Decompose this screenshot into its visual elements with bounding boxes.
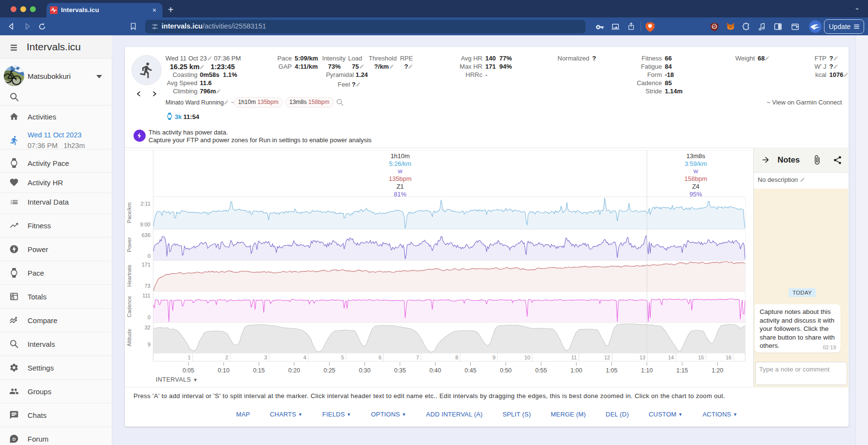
svg-text:0:20: 0:20 (288, 367, 300, 374)
svg-text:0:10: 0:10 (218, 367, 229, 374)
svg-text:5: 5 (341, 355, 344, 360)
svg-text:636: 636 (142, 232, 150, 238)
svg-text:1: 1 (188, 355, 191, 360)
svg-text:12: 12 (604, 355, 610, 360)
svg-text:1:15: 1:15 (676, 367, 688, 374)
svg-text:6: 6 (378, 355, 381, 360)
svg-text:Altitude: Altitude (126, 329, 132, 347)
svg-text:2: 2 (225, 355, 228, 360)
svg-text:Cadence: Cadence (126, 296, 132, 317)
svg-text:171: 171 (142, 262, 150, 267)
svg-text:uO: uO (712, 25, 717, 28)
svg-text:1:20: 1:20 (712, 367, 723, 374)
svg-text:Power: Power (126, 237, 132, 252)
svg-text:111: 111 (142, 293, 150, 298)
svg-text:0: 0 (148, 253, 150, 259)
svg-text:0:30: 0:30 (359, 367, 371, 374)
svg-text:D: D (13, 437, 16, 442)
svg-text:0:50: 0:50 (500, 367, 511, 374)
svg-text:14: 14 (668, 355, 674, 360)
svg-text:0: 0 (148, 314, 150, 320)
svg-text:16: 16 (726, 355, 732, 360)
svg-text:0:25: 0:25 (324, 367, 335, 374)
svg-text:0:35: 0:35 (394, 367, 406, 374)
svg-text:4: 4 (303, 355, 306, 360)
svg-text:8: 8 (455, 355, 458, 360)
svg-text:Heartrate: Heartrate (126, 265, 132, 287)
svg-text:32: 32 (145, 325, 150, 330)
svg-text:0:45: 0:45 (464, 367, 476, 374)
svg-text:15: 15 (698, 355, 704, 360)
svg-text:1:00: 1:00 (570, 367, 582, 374)
svg-text:0:40: 0:40 (429, 367, 441, 374)
svg-text:1:05: 1:05 (606, 367, 617, 374)
svg-text:1:10: 1:10 (641, 367, 653, 374)
svg-text:3: 3 (264, 355, 267, 360)
svg-text:2:11: 2:11 (140, 201, 150, 207)
svg-text:9: 9 (148, 341, 150, 347)
svg-text:9: 9 (493, 355, 495, 360)
svg-text:0:55: 0:55 (535, 367, 547, 374)
svg-text:7: 7 (416, 355, 419, 360)
svg-text:10: 10 (524, 355, 530, 360)
svg-text:0:05: 0:05 (182, 367, 194, 374)
svg-text:13: 13 (640, 355, 645, 360)
svg-text:9:00: 9:00 (140, 222, 150, 227)
svg-text:Pace/km: Pace/km (126, 203, 132, 223)
svg-text:0:15: 0:15 (253, 367, 265, 374)
svg-text:73: 73 (145, 283, 150, 289)
svg-text:11: 11 (571, 355, 577, 360)
